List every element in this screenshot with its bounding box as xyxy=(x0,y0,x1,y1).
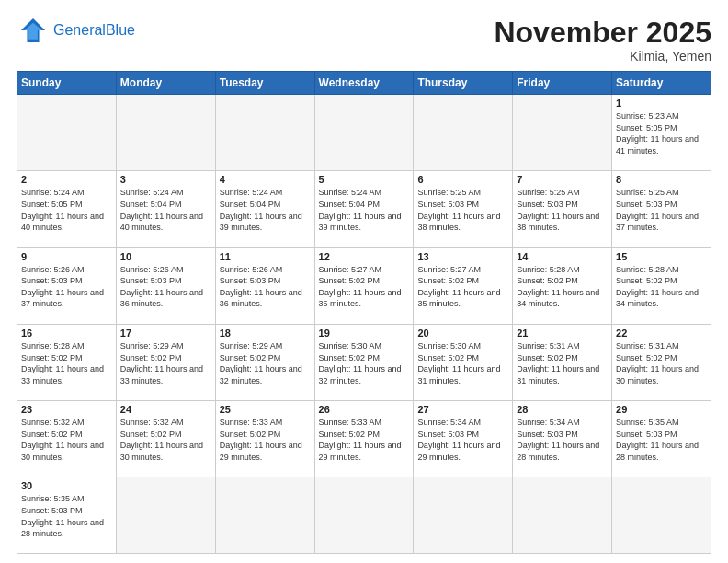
table-row xyxy=(513,477,612,554)
day-number: 12 xyxy=(319,251,410,262)
table-row xyxy=(17,95,117,171)
day-number: 13 xyxy=(417,251,508,262)
table-row: 18Sunrise: 5:29 AM Sunset: 5:02 PM Dayli… xyxy=(215,324,314,400)
table-row: 21Sunrise: 5:31 AM Sunset: 5:02 PM Dayli… xyxy=(513,324,612,400)
day-number: 24 xyxy=(120,404,211,415)
day-info: Sunrise: 5:25 AM Sunset: 5:03 PM Dayligh… xyxy=(517,187,608,233)
calendar-week-row: 2Sunrise: 5:24 AM Sunset: 5:05 PM Daylig… xyxy=(17,171,711,247)
logo-text: GeneralBlue xyxy=(53,22,135,39)
logo-blue: Blue xyxy=(106,22,135,38)
table-row: 16Sunrise: 5:28 AM Sunset: 5:02 PM Dayli… xyxy=(17,324,117,400)
calendar-week-row: 16Sunrise: 5:28 AM Sunset: 5:02 PM Dayli… xyxy=(17,324,711,400)
header-tuesday: Tuesday xyxy=(215,72,314,95)
day-number: 26 xyxy=(319,404,410,415)
day-info: Sunrise: 5:25 AM Sunset: 5:03 PM Dayligh… xyxy=(417,187,508,233)
calendar-week-row: 9Sunrise: 5:26 AM Sunset: 5:03 PM Daylig… xyxy=(17,247,711,324)
header-monday: Monday xyxy=(116,72,215,95)
day-number: 7 xyxy=(517,174,608,185)
day-info: Sunrise: 5:27 AM Sunset: 5:02 PM Dayligh… xyxy=(417,264,508,310)
day-info: Sunrise: 5:30 AM Sunset: 5:02 PM Dayligh… xyxy=(417,340,508,386)
table-row: 1Sunrise: 5:23 AM Sunset: 5:05 PM Daylig… xyxy=(612,95,711,171)
day-info: Sunrise: 5:30 AM Sunset: 5:02 PM Dayligh… xyxy=(319,340,410,386)
day-info: Sunrise: 5:34 AM Sunset: 5:03 PM Dayligh… xyxy=(417,417,508,463)
table-row: 28Sunrise: 5:34 AM Sunset: 5:03 PM Dayli… xyxy=(513,401,612,477)
day-number: 17 xyxy=(120,327,211,339)
day-info: Sunrise: 5:24 AM Sunset: 5:04 PM Dayligh… xyxy=(220,187,311,233)
table-row: 25Sunrise: 5:33 AM Sunset: 5:02 PM Dayli… xyxy=(215,401,314,477)
day-number: 23 xyxy=(21,404,112,415)
calendar-week-row: 1Sunrise: 5:23 AM Sunset: 5:05 PM Daylig… xyxy=(17,95,711,171)
calendar-header-row: Sunday Monday Tuesday Wednesday Thursday… xyxy=(17,72,711,95)
day-info: Sunrise: 5:25 AM Sunset: 5:03 PM Dayligh… xyxy=(616,187,707,233)
day-info: Sunrise: 5:24 AM Sunset: 5:04 PM Dayligh… xyxy=(120,187,211,233)
day-number: 27 xyxy=(417,404,508,415)
day-info: Sunrise: 5:27 AM Sunset: 5:02 PM Dayligh… xyxy=(319,264,410,310)
day-info: Sunrise: 5:26 AM Sunset: 5:03 PM Dayligh… xyxy=(220,264,311,310)
table-row: 23Sunrise: 5:32 AM Sunset: 5:02 PM Dayli… xyxy=(17,401,117,477)
calendar-table: Sunday Monday Tuesday Wednesday Thursday… xyxy=(17,71,711,554)
table-row xyxy=(513,95,612,171)
table-row xyxy=(116,477,215,554)
logo-general: General xyxy=(53,22,106,38)
table-row xyxy=(314,477,414,554)
day-number: 30 xyxy=(21,480,112,491)
location: Kilmia, Yemen xyxy=(494,49,711,63)
day-info: Sunrise: 5:31 AM Sunset: 5:02 PM Dayligh… xyxy=(517,340,608,386)
day-number: 19 xyxy=(319,327,410,339)
table-row: 8Sunrise: 5:25 AM Sunset: 5:03 PM Daylig… xyxy=(612,171,711,247)
day-number: 29 xyxy=(616,404,707,415)
table-row: 17Sunrise: 5:29 AM Sunset: 5:02 PM Dayli… xyxy=(116,324,215,400)
table-row: 30Sunrise: 5:35 AM Sunset: 5:03 PM Dayli… xyxy=(17,477,117,554)
day-info: Sunrise: 5:28 AM Sunset: 5:02 PM Dayligh… xyxy=(616,264,707,310)
table-row xyxy=(116,95,215,171)
month-title: November 2025 xyxy=(494,17,711,49)
day-info: Sunrise: 5:35 AM Sunset: 5:03 PM Dayligh… xyxy=(616,417,707,463)
page: GeneralBlue November 2025 Kilmia, Yemen … xyxy=(0,0,728,563)
day-info: Sunrise: 5:29 AM Sunset: 5:02 PM Dayligh… xyxy=(120,340,211,386)
day-number: 22 xyxy=(616,327,707,339)
day-number: 18 xyxy=(220,327,311,339)
day-info: Sunrise: 5:26 AM Sunset: 5:03 PM Dayligh… xyxy=(120,264,211,310)
day-number: 21 xyxy=(517,327,608,339)
day-number: 20 xyxy=(417,327,508,339)
table-row: 22Sunrise: 5:31 AM Sunset: 5:02 PM Dayli… xyxy=(612,324,711,400)
day-number: 10 xyxy=(120,251,211,262)
day-info: Sunrise: 5:33 AM Sunset: 5:02 PM Dayligh… xyxy=(220,417,311,463)
table-row: 13Sunrise: 5:27 AM Sunset: 5:02 PM Dayli… xyxy=(414,247,513,324)
header-saturday: Saturday xyxy=(612,72,711,95)
logo-icon xyxy=(17,17,50,44)
table-row: 27Sunrise: 5:34 AM Sunset: 5:03 PM Dayli… xyxy=(414,401,513,477)
day-number: 14 xyxy=(517,251,608,262)
day-number: 3 xyxy=(120,174,211,185)
day-info: Sunrise: 5:23 AM Sunset: 5:05 PM Dayligh… xyxy=(616,110,707,156)
table-row xyxy=(612,477,711,554)
table-row xyxy=(215,95,314,171)
day-info: Sunrise: 5:26 AM Sunset: 5:03 PM Dayligh… xyxy=(21,264,112,310)
header-thursday: Thursday xyxy=(414,72,513,95)
table-row: 19Sunrise: 5:30 AM Sunset: 5:02 PM Dayli… xyxy=(314,324,414,400)
table-row: 20Sunrise: 5:30 AM Sunset: 5:02 PM Dayli… xyxy=(414,324,513,400)
day-number: 6 xyxy=(417,174,508,185)
table-row: 15Sunrise: 5:28 AM Sunset: 5:02 PM Dayli… xyxy=(612,247,711,324)
header-friday: Friday xyxy=(513,72,612,95)
table-row xyxy=(314,95,414,171)
day-info: Sunrise: 5:28 AM Sunset: 5:02 PM Dayligh… xyxy=(21,340,112,386)
logo: GeneralBlue xyxy=(17,17,135,44)
day-info: Sunrise: 5:28 AM Sunset: 5:02 PM Dayligh… xyxy=(517,264,608,310)
header: GeneralBlue November 2025 Kilmia, Yemen xyxy=(17,17,711,63)
table-row: 14Sunrise: 5:28 AM Sunset: 5:02 PM Dayli… xyxy=(513,247,612,324)
day-number: 11 xyxy=(220,251,311,262)
day-number: 28 xyxy=(517,404,608,415)
day-info: Sunrise: 5:32 AM Sunset: 5:02 PM Dayligh… xyxy=(120,417,211,463)
day-number: 15 xyxy=(616,251,707,262)
day-info: Sunrise: 5:32 AM Sunset: 5:02 PM Dayligh… xyxy=(21,417,112,463)
day-number: 8 xyxy=(616,174,707,185)
day-number: 9 xyxy=(21,251,112,262)
day-number: 16 xyxy=(21,327,112,339)
table-row: 12Sunrise: 5:27 AM Sunset: 5:02 PM Dayli… xyxy=(314,247,414,324)
table-row: 10Sunrise: 5:26 AM Sunset: 5:03 PM Dayli… xyxy=(116,247,215,324)
day-info: Sunrise: 5:33 AM Sunset: 5:02 PM Dayligh… xyxy=(319,417,410,463)
day-info: Sunrise: 5:31 AM Sunset: 5:02 PM Dayligh… xyxy=(616,340,707,386)
table-row: 11Sunrise: 5:26 AM Sunset: 5:03 PM Dayli… xyxy=(215,247,314,324)
day-number: 4 xyxy=(220,174,311,185)
